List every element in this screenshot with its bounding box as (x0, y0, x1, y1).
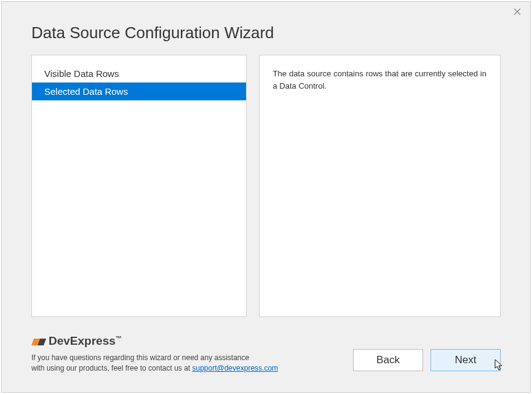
next-button[interactable]: Next (431, 349, 501, 371)
devexpress-logo-text: DevExpress™ (49, 334, 122, 348)
option-selected-rows[interactable]: Selected Data Rows (32, 82, 246, 100)
page-title: Data Source Configuration Wizard (2, 2, 530, 55)
footer-buttons: Back Next (353, 349, 501, 371)
panels-container: Visible Data Rows Selected Data Rows The… (2, 55, 530, 317)
options-panel: Visible Data Rows Selected Data Rows (31, 55, 247, 317)
trademark-icon: ™ (116, 335, 122, 342)
option-visible-rows[interactable]: Visible Data Rows (32, 65, 246, 82)
footer: DevExpress™ If you have questions regard… (2, 317, 530, 392)
wizard-window: Data Source Configuration Wizard Visible… (1, 1, 531, 393)
description-panel: The data source contains rows that are c… (259, 55, 501, 317)
devexpress-logo: DevExpress™ (31, 334, 278, 348)
support-email-link[interactable]: support@devexpress.com (192, 364, 278, 372)
devexpress-logo-icon (31, 334, 47, 348)
description-text: The data source contains rows that are c… (273, 68, 487, 92)
footer-left: DevExpress™ If you have questions regard… (31, 334, 278, 374)
back-button[interactable]: Back (353, 349, 423, 371)
help-text: If you have questions regarding this wiz… (31, 353, 278, 374)
close-icon[interactable] (513, 8, 522, 17)
